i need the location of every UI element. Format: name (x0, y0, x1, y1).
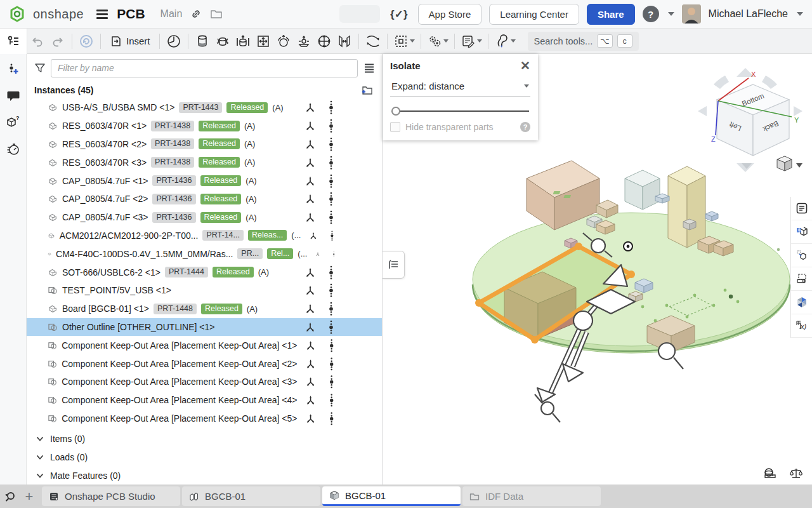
snap-mode-icon[interactable] (363, 32, 383, 51)
expand-mode-select[interactable]: Expand: distance (390, 77, 530, 97)
instance-row[interactable]: RES_0603/470R <1>PRT-1438Released(A) (27, 117, 382, 135)
isolate-help-icon[interactable]: ? (520, 122, 530, 132)
dof-indicator-icon[interactable] (327, 302, 335, 316)
close-icon[interactable]: ✕ (520, 62, 530, 70)
folder-icon[interactable] (210, 8, 223, 20)
mass-properties-icon[interactable] (789, 467, 803, 479)
search-tools[interactable]: Search tools... ⌥ c (528, 32, 639, 51)
hamburger-menu-icon[interactable] (96, 10, 108, 19)
parallel-mate-icon[interactable] (315, 32, 334, 51)
document-title[interactable]: PCB (117, 6, 145, 22)
instance-row[interactable]: Component Keep-Out Area [Placement Keep-… (27, 336, 382, 354)
dof-indicator-icon[interactable] (327, 119, 335, 133)
dof-indicator-icon[interactable] (327, 265, 335, 279)
dof-indicator-icon[interactable] (327, 320, 335, 334)
app-store-button[interactable]: App Store (418, 4, 482, 25)
document-tab-bgcb-01[interactable]: BGCB-01 (322, 486, 461, 506)
mate-connector-icon[interactable] (305, 157, 315, 168)
comments-icon[interactable] (6, 90, 20, 102)
list-view-icon[interactable] (363, 62, 376, 74)
view-cube[interactable]: Bottom Left Back X Y Z (698, 68, 802, 172)
mate-connector-icon[interactable] (305, 304, 315, 314)
mate-connector-icon[interactable] (305, 121, 315, 131)
section-row[interactable]: Items (0) (27, 429, 382, 448)
group-tool-dropdown[interactable] (391, 34, 417, 49)
instance-row[interactable]: TEST_POINT/5V_USB <1> (27, 281, 382, 300)
filter-funnel-icon[interactable] (34, 62, 46, 74)
dof-indicator-icon[interactable] (327, 192, 335, 206)
part-inspect-icon[interactable]: ? (6, 115, 21, 129)
section-view-panel-icon[interactable] (791, 267, 812, 291)
assembly-features-dropdown[interactable] (425, 34, 450, 49)
instance-row[interactable]: Other Outline [OTHER_OUTLINE] <1> (27, 318, 382, 337)
render-studio-panel-icon[interactable] (791, 291, 812, 314)
dof-indicator-icon[interactable] (329, 229, 335, 243)
planar-mate-icon[interactable] (254, 32, 273, 51)
instance-row[interactable]: RES_0603/470R <2>PRT-1438Released(A) (27, 135, 382, 154)
dof-indicator-icon[interactable] (328, 411, 335, 425)
dof-indicator-icon[interactable] (327, 100, 335, 114)
user-name[interactable]: Michael LaFleche (709, 8, 788, 20)
add-dof-icon[interactable] (7, 63, 20, 77)
tangent-mate-icon[interactable] (335, 32, 354, 51)
instance-row[interactable]: Component Keep-Out Area [Placement Keep-… (27, 354, 382, 373)
filter-input[interactable] (51, 59, 358, 77)
link-icon[interactable] (190, 8, 202, 20)
add-to-folder-icon[interactable] (360, 84, 373, 96)
instance-row[interactable]: ACM2012/ACM2012-900-2P-T00...PRT-14...Re… (27, 227, 382, 245)
mate-connector-icon[interactable] (305, 176, 315, 186)
dof-indicator-icon[interactable] (328, 393, 335, 407)
learning-center-button[interactable]: Learning Center (489, 4, 579, 25)
mate-connector-icon[interactable] (310, 231, 317, 241)
share-button[interactable]: Share (587, 4, 635, 25)
custom-feature-check-icon[interactable]: {✓} (388, 8, 410, 21)
dof-indicator-icon[interactable] (328, 357, 335, 371)
dof-indicator-icon[interactable] (327, 137, 335, 151)
mate-connector-icon[interactable] (305, 322, 315, 332)
variables-panel-icon[interactable]: x) (791, 314, 812, 338)
history-timer-icon[interactable] (6, 142, 20, 156)
dof-indicator-icon[interactable] (327, 156, 335, 170)
instance-row[interactable]: Board [BGCB-01] <1>PRT-1448Released(A) (27, 300, 382, 318)
revolute-mate-icon[interactable] (213, 32, 232, 51)
cylindrical-mate-icon[interactable] (193, 32, 212, 51)
dof-indicator-icon[interactable] (332, 247, 336, 261)
slider-thumb[interactable] (391, 107, 400, 116)
bom-panel-icon[interactable] (791, 197, 812, 220)
drawing-tool-dropdown[interactable] (459, 34, 484, 49)
mate-connector-icon[interactable] (305, 194, 315, 204)
ball-mate-icon[interactable] (274, 32, 293, 51)
explode-tool-dropdown[interactable] (492, 34, 518, 49)
panel-flyout-handle[interactable] (383, 251, 405, 279)
mate-connector-icon[interactable] (306, 359, 315, 369)
document-tab-bgcb-01[interactable]: BGCB-01 (182, 486, 320, 506)
onshape-logo[interactable] (9, 6, 25, 22)
section-row[interactable]: Loads (0) (27, 448, 382, 466)
search-tabs-icon[interactable] (4, 490, 16, 503)
instance-row[interactable]: CAP_0805/4.7uF <3>PRT-1436Released(A) (27, 208, 382, 227)
document-tab-onshape-pcb-studio[interactable]: Onshape PCB Studio (42, 486, 180, 506)
mate-connector-icon[interactable] (306, 395, 315, 405)
help-icon[interactable]: ? (643, 6, 659, 22)
mate-connector-icon[interactable] (305, 285, 315, 295)
section-row[interactable]: Mate Features (0) (27, 466, 382, 485)
document-tab-idf-data[interactable]: IDF Data (462, 486, 601, 506)
instance-row[interactable]: Component Keep-Out Area [Placement Keep-… (27, 373, 382, 391)
user-avatar[interactable] (682, 4, 701, 23)
mate-connector-icon[interactable] (305, 102, 315, 112)
view-mode-cube-button[interactable] (777, 156, 802, 171)
dof-indicator-icon[interactable] (327, 283, 335, 297)
rollback-icon[interactable] (77, 32, 96, 51)
undo-button[interactable] (28, 32, 47, 51)
instance-row[interactable]: CM4-F40C-100DS-0.4V_1.5MM_0MM/Ras...PR..… (27, 244, 382, 263)
mate-connector-icon[interactable] (305, 139, 315, 149)
dof-indicator-icon[interactable] (327, 174, 335, 188)
hide-transparent-checkbox[interactable] (390, 122, 400, 132)
instance-row[interactable]: Component Keep-Out Area [Placement Keep-… (27, 391, 382, 410)
display-states-panel-icon[interactable] (791, 220, 812, 244)
user-dropdown-caret[interactable] (797, 12, 803, 16)
mate-connector-icon[interactable] (305, 267, 315, 277)
fastened-mate-icon[interactable] (164, 32, 183, 51)
mate-connector-icon[interactable] (306, 413, 315, 424)
dof-indicator-icon[interactable] (327, 210, 335, 224)
